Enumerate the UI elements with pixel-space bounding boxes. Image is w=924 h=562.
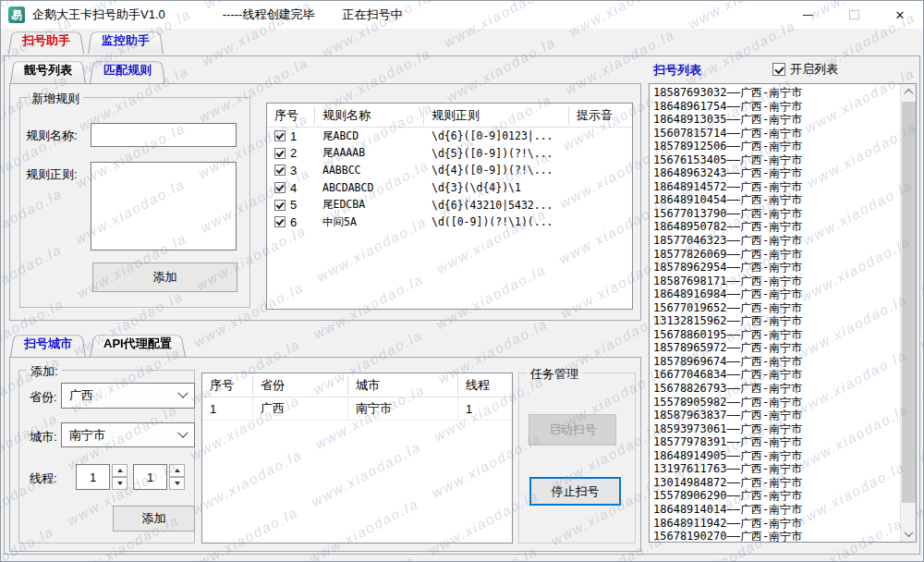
- tab-item[interactable]: API代理配置: [90, 333, 186, 357]
- list-item[interactable]: 18577826069——广西-南宁市: [653, 248, 899, 262]
- tab-item[interactable]: 监控助手: [88, 30, 164, 54]
- city-value: 南宁市: [69, 427, 105, 444]
- city-col-city: 城市: [348, 376, 458, 395]
- spin-up-button[interactable]: [169, 464, 185, 477]
- list-item[interactable]: 18578962954——广西-南宁市: [653, 261, 899, 275]
- province-label: 省份:: [30, 389, 57, 406]
- city-select[interactable]: 南宁市: [61, 422, 195, 447]
- add-city-button[interactable]: 添加: [113, 506, 195, 531]
- list-item[interactable]: 18648910454——广西-南宁市: [653, 193, 899, 207]
- rule-name-input[interactable]: [91, 123, 237, 147]
- list-item[interactable]: 18577046323——广西-南宁市: [653, 234, 899, 248]
- rules-col-regex: 规则正则: [424, 106, 569, 125]
- list-item[interactable]: 15676153405——广西-南宁市: [653, 153, 899, 167]
- scan-assistant-page: 靓号列表匹配规则 新增规则 规则名称: 规则正则: 添加 序号 规则名称 规则正…: [4, 55, 920, 555]
- list-item[interactable]: 18648911942——广西-南宁市: [653, 517, 899, 531]
- match-rules-page: 新增规则 规则名称: 规则正则: 添加 序号 规则名称 规则正则 提示音 1尾A…: [9, 83, 641, 321]
- list-item[interactable]: 15578906290——广西-南宁市: [653, 489, 899, 503]
- spin-down-button[interactable]: [112, 477, 128, 490]
- list-item[interactable]: 15677013790——广西-南宁市: [653, 207, 899, 221]
- list-item[interactable]: 18648950782——广西-南宁市: [653, 220, 899, 234]
- scan-city-page: 添加: 省份: 广西 城市: 南宁市 线程:: [9, 357, 641, 552]
- list-item[interactable]: 18593973061——广西-南宁市: [653, 422, 899, 436]
- scrollbar-thumb[interactable]: [902, 102, 916, 503]
- list-item[interactable]: 18578965972——广西-南宁市: [653, 341, 899, 355]
- add-city-group: 添加: 省份: 广西 城市: 南宁市 线程:: [18, 370, 195, 544]
- thread-input-1[interactable]: [76, 464, 110, 490]
- list-item[interactable]: 18587963837——广西-南宁市: [653, 409, 899, 422]
- scan-list-title: 扫号列表: [653, 62, 701, 79]
- list-item[interactable]: 18648913035——广西-南宁市: [653, 113, 899, 127]
- maximize-button[interactable]: [831, 1, 877, 29]
- table-row[interactable]: 6中间5A\d([0-9])(?!\1)(...: [267, 214, 632, 231]
- minimize-button[interactable]: [784, 1, 831, 29]
- scroll-down-button[interactable]: [901, 526, 917, 542]
- row-checkbox[interactable]: [274, 165, 286, 176]
- list-item[interactable]: 18648914905——广西-南宁市: [653, 449, 899, 463]
- list-item[interactable]: 18648961754——广西-南宁市: [653, 100, 899, 114]
- list-item[interactable]: 18648914014——广西-南宁市: [653, 503, 899, 517]
- list-item[interactable]: 13132815962——广西-南宁市: [653, 314, 899, 328]
- rules-table-body: 1尾ABCD\d{6}([0-9]0123|...2尾AAAAB\d{5}([0…: [267, 128, 632, 231]
- list-item[interactable]: 15607815714——广西-南宁市: [653, 127, 899, 140]
- list-item[interactable]: 18648963243——广西-南宁市: [653, 166, 899, 180]
- list-item[interactable]: 15678190270——广西-南宁市: [653, 530, 899, 543]
- list-item[interactable]: 18587693032——广西-南宁市: [653, 86, 899, 100]
- scan-result-listbox[interactable]: 18587693032——广西-南宁市18648961754——广西-南宁市18…: [649, 83, 917, 543]
- rules-col-name: 规则名称: [315, 106, 424, 125]
- tab-item[interactable]: 扫号助手: [8, 30, 84, 54]
- scrollbar[interactable]: [900, 84, 916, 542]
- stop-scan-button[interactable]: 停止扫号: [529, 477, 621, 506]
- list-item[interactable]: 16677046834——广西-南宁市: [653, 368, 899, 382]
- list-item[interactable]: 15578905982——广西-南宁市: [653, 396, 899, 409]
- list-item[interactable]: 13197611763——广西-南宁市: [653, 462, 899, 476]
- tab-item[interactable]: 匹配规则: [90, 59, 165, 83]
- tab-item[interactable]: 靓号列表: [10, 59, 86, 83]
- close-button[interactable]: ✕: [877, 1, 923, 29]
- tab-label: 监控助手: [102, 32, 150, 49]
- enable-list-toggle[interactable]: 开启列表: [772, 61, 838, 78]
- table-row[interactable]: 3AABBCC\d{4}([0-9])(?!\...: [267, 162, 632, 179]
- table-row[interactable]: 2尾AAAAB\d{5}([0-9])(?!\...: [267, 145, 632, 163]
- spin-down-button[interactable]: [169, 477, 185, 490]
- table-row[interactable]: 4ABCDABCD\d{3}(\d{4})\1: [267, 179, 632, 197]
- row-checkbox[interactable]: [274, 200, 286, 211]
- list-item[interactable]: 18578969674——广西-南宁市: [653, 355, 899, 369]
- add-rule-button[interactable]: 添加: [92, 263, 237, 292]
- rule-regex: \d{3}(\d{4})\1: [424, 181, 569, 194]
- rule-regex-input[interactable]: [91, 162, 237, 250]
- spin-up-button[interactable]: [112, 464, 128, 477]
- list-item[interactable]: 15678860195——广西-南宁市: [653, 328, 899, 342]
- rule-num: 2: [290, 146, 297, 160]
- list-item[interactable]: 18578912506——广西-南宁市: [653, 140, 899, 153]
- city-col-province: 省份: [253, 376, 348, 395]
- table-cell: 广西: [253, 397, 348, 420]
- city-label: 城市:: [30, 429, 57, 446]
- scroll-up-button[interactable]: [901, 84, 917, 100]
- list-item[interactable]: 18648916984——广西-南宁市: [653, 287, 899, 301]
- main-tabstrip: 扫号助手监控助手: [8, 30, 167, 55]
- list-item[interactable]: 15678826793——广西-南宁市: [653, 382, 899, 396]
- province-value: 广西: [69, 387, 93, 404]
- province-select[interactable]: 广西: [61, 383, 195, 409]
- row-checkbox[interactable]: [274, 182, 286, 193]
- table-row[interactable]: 1尾ABCD\d{6}([0-9]0123|...: [267, 128, 632, 145]
- start-scan-button[interactable]: 启动扫号: [529, 414, 616, 446]
- tab-item[interactable]: 扫号城市: [10, 333, 86, 357]
- rules-table: 序号 规则名称 规则正则 提示音 1尾ABCD\d{6}([0-9]0123|.…: [266, 103, 633, 310]
- table-row[interactable]: 1广西南宁市1: [202, 397, 512, 421]
- rule-regex: \d{6}(43210|5432...: [424, 199, 569, 212]
- list-item[interactable]: 18577978391——广西-南宁市: [653, 435, 899, 449]
- row-checkbox[interactable]: [274, 216, 286, 227]
- status-scanning: 正在扫号中: [342, 6, 402, 23]
- new-rule-group: 新增规则 规则名称: 规则正则: 添加: [19, 97, 250, 308]
- list-item[interactable]: 18587698171——广西-南宁市: [653, 275, 899, 288]
- chevron-down-icon: [177, 388, 188, 398]
- list-item[interactable]: 15677019652——广西-南宁市: [653, 301, 899, 315]
- row-checkbox[interactable]: [274, 130, 286, 141]
- table-row[interactable]: 5尾EDCBA\d{6}(43210|5432...: [267, 196, 632, 214]
- list-item[interactable]: 18648914572——广西-南宁市: [653, 180, 899, 194]
- list-item[interactable]: 13014984872——广西-南宁市: [653, 476, 899, 490]
- thread-input-2[interactable]: [133, 464, 167, 490]
- row-checkbox[interactable]: [274, 148, 286, 159]
